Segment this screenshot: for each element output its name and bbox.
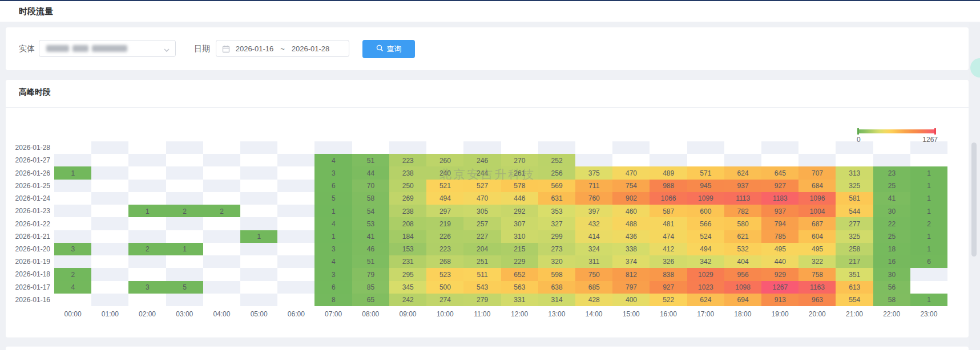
heatmap-cell[interactable]: 797 [612, 281, 650, 294]
heatmap-cell[interactable]: 1 [910, 243, 948, 256]
heatmap-cell[interactable]: 1 [240, 230, 278, 243]
heatmap-cell[interactable]: 299 [538, 230, 576, 243]
scrollbar-thumb[interactable] [971, 143, 977, 257]
heatmap-cell[interactable]: 79 [352, 268, 390, 281]
heatmap-cell[interactable]: 244 [463, 166, 501, 180]
heatmap-cell[interactable]: 470 [612, 166, 650, 180]
heatmap-cell[interactable]: 1 [314, 205, 352, 218]
heatmap-cell[interactable]: 440 [761, 255, 799, 268]
heatmap-cell[interactable]: 223 [426, 243, 464, 256]
heatmap-cell[interactable]: 782 [724, 205, 762, 218]
heatmap-cell[interactable]: 1099 [687, 192, 725, 205]
heatmap-cell[interactable]: 6 [314, 281, 352, 294]
heatmap-cell[interactable]: 412 [650, 243, 687, 256]
heatmap-cell[interactable]: 215 [501, 243, 539, 256]
heatmap-cell[interactable]: 30 [873, 205, 911, 218]
heatmap-cell[interactable]: 3 [314, 166, 352, 180]
heatmap-cell[interactable]: 269 [389, 192, 427, 205]
heatmap-cell[interactable]: 1267 [761, 281, 799, 294]
heatmap-cell[interactable]: 1004 [798, 205, 836, 218]
heatmap-cell[interactable]: 494 [426, 192, 464, 205]
heatmap-cell[interactable]: 685 [575, 281, 613, 294]
heatmap-cell[interactable]: 460 [612, 205, 650, 218]
heatmap-cell[interactable]: 624 [687, 294, 725, 307]
heatmap-cell[interactable]: 56 [873, 281, 911, 294]
heatmap-cell[interactable]: 470 [463, 192, 501, 205]
heatmap-cell[interactable]: 250 [389, 180, 427, 193]
heatmap-cell[interactable]: 812 [612, 268, 650, 281]
heatmap-cell[interactable]: 543 [463, 281, 501, 294]
heatmap-cell[interactable]: 251 [463, 255, 501, 268]
heatmap-cell[interactable]: 495 [761, 243, 799, 256]
heatmap-cell[interactable]: 511 [463, 268, 501, 281]
heatmap-cell[interactable]: 963 [798, 294, 836, 307]
heatmap-cell[interactable]: 258 [836, 243, 873, 256]
heatmap-cell[interactable]: 2 [166, 205, 204, 218]
heatmap-cell[interactable]: 204 [463, 243, 501, 256]
heatmap-cell[interactable]: 331 [501, 294, 539, 307]
heatmap-cell[interactable]: 326 [650, 255, 687, 268]
heatmap-cell[interactable]: 554 [836, 294, 873, 307]
heatmap-cell[interactable]: 261 [501, 166, 539, 180]
heatmap-cell[interactable]: 4 [314, 255, 352, 268]
heatmap-cell[interactable]: 342 [687, 255, 725, 268]
heatmap-cell[interactable]: 571 [687, 166, 725, 180]
heatmap-cell[interactable]: 327 [538, 217, 576, 230]
heatmap-cell[interactable]: 523 [426, 268, 464, 281]
heatmap-cell[interactable]: 587 [650, 205, 687, 218]
heatmap-cell[interactable]: 481 [650, 217, 687, 230]
heatmap-cell[interactable]: 4 [54, 281, 92, 294]
heatmap-cell[interactable]: 54 [352, 205, 390, 218]
heatmap-cell[interactable]: 338 [612, 243, 650, 256]
heatmap-cell[interactable]: 544 [836, 205, 873, 218]
heatmap-cell[interactable]: 600 [687, 205, 725, 218]
heatmap-cell[interactable]: 238 [389, 166, 427, 180]
heatmap-cell[interactable]: 53 [352, 217, 390, 230]
heatmap-cell[interactable]: 25 [873, 180, 911, 193]
heatmap-cell[interactable]: 687 [798, 217, 836, 230]
heatmap-cell[interactable]: 353 [538, 205, 576, 218]
heatmap-cell[interactable]: 240 [426, 166, 464, 180]
heatmap-cell[interactable]: 956 [724, 268, 762, 281]
heatmap-cell[interactable]: 838 [650, 268, 687, 281]
heatmap-cell[interactable]: 913 [761, 294, 799, 307]
heatmap-cell[interactable]: 624 [724, 166, 762, 180]
heatmap-cell[interactable]: 311 [575, 255, 613, 268]
heatmap-cell[interactable]: 760 [575, 192, 613, 205]
heatmap-cell[interactable]: 5 [166, 281, 204, 294]
heatmap-cell[interactable]: 8 [314, 294, 352, 307]
heatmap-cell[interactable]: 231 [389, 255, 427, 268]
heatmap-cell[interactable]: 314 [538, 294, 576, 307]
heatmap-cell[interactable]: 1 [910, 205, 948, 218]
heatmap-cell[interactable]: 41 [352, 230, 390, 243]
heatmap-cell[interactable]: 256 [538, 166, 576, 180]
heatmap-cell[interactable]: 750 [575, 268, 613, 281]
heatmap-cell[interactable]: 1 [166, 243, 204, 256]
heatmap-cell[interactable]: 1163 [798, 281, 836, 294]
heatmap-cell[interactable]: 652 [501, 268, 539, 281]
heatmap-cell[interactable]: 16 [873, 255, 911, 268]
heatmap-cell[interactable]: 694 [724, 294, 762, 307]
heatmap-cell[interactable]: 2 [54, 268, 92, 281]
heatmap-cell[interactable]: 325 [836, 180, 873, 193]
heatmap-cell[interactable]: 785 [761, 230, 799, 243]
heatmap-cell[interactable]: 310 [501, 230, 539, 243]
heatmap-cell[interactable]: 2 [910, 217, 948, 230]
heatmap-cell[interactable]: 563 [501, 281, 539, 294]
heatmap-cell[interactable]: 613 [836, 281, 873, 294]
heatmap-cell[interactable]: 229 [501, 255, 539, 268]
heatmap-cell[interactable]: 631 [538, 192, 576, 205]
heatmap-cell[interactable]: 374 [612, 255, 650, 268]
heatmap-cell[interactable]: 581 [836, 192, 873, 205]
heatmap-cell[interactable]: 44 [352, 166, 390, 180]
heatmap-cell[interactable]: 598 [538, 268, 576, 281]
heatmap-cell[interactable]: 621 [724, 230, 762, 243]
heatmap-cell[interactable]: 246 [463, 154, 501, 167]
heatmap-cell[interactable]: 6 [314, 180, 352, 193]
heatmap-cell[interactable]: 277 [836, 217, 873, 230]
heatmap-cell[interactable]: 1 [128, 205, 166, 218]
heatmap-cell[interactable]: 238 [389, 205, 427, 218]
heatmap-cell[interactable]: 1 [314, 230, 352, 243]
heatmap-cell[interactable]: 937 [761, 205, 799, 218]
heatmap-cell[interactable]: 1096 [798, 192, 836, 205]
